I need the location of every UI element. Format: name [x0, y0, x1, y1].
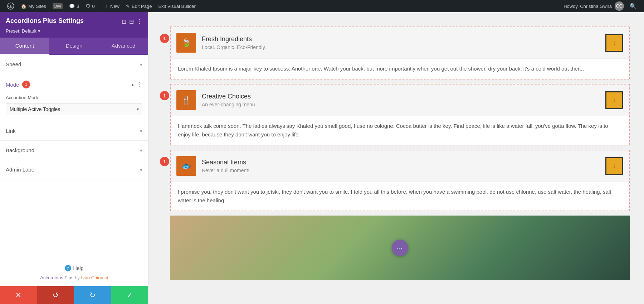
redo-button[interactable]: ↻ — [74, 286, 111, 304]
accordion-icon-box-3: 🐟 — [176, 156, 196, 176]
undo-button[interactable]: ↺ — [37, 286, 74, 304]
accordion-toggle-3[interactable]: ↓ — [605, 157, 623, 175]
section-background-title: Background — [6, 147, 34, 153]
menu-icon[interactable]: ⋮ — [137, 18, 142, 25]
accordion-title-group-3: Seasonal Items Never a dull moment! — [202, 159, 600, 173]
mode-header-right: ▴ ⋮ — [131, 81, 142, 88]
preset-label[interactable]: Preset: Default ▾ — [6, 28, 40, 34]
main-layout: Accordions Plus Settings ⊡ ⊟ ⋮ Preset: D… — [0, 12, 644, 304]
admin-bar-right: Howdy, Christina Gwira CG 🔍 — [564, 1, 640, 11]
footer-credit: Accordions Plus by Ivan Chiurcci — [6, 275, 142, 280]
undo-icon: ↺ — [53, 291, 59, 299]
leaf-icon: 🍃 — [181, 38, 191, 48]
mode-header-left: Mode 1 — [6, 81, 30, 88]
search-icon[interactable]: 🔍 — [627, 3, 640, 10]
action-bar: ✕ ↺ ↻ ✓ — [0, 286, 148, 304]
mode-options-icon[interactable]: ⋮ — [137, 81, 142, 88]
user-greeting: Howdy, Christina Gwira — [564, 4, 612, 9]
chevron-down-icon: ▾ — [140, 62, 142, 67]
section-admin-label: Admin Label ▾ — [0, 160, 148, 179]
arrow-down-icon-2: ↓ — [613, 96, 616, 104]
comment2-icon: 🗨 — [86, 4, 90, 9]
accordion-title-1: Fresh Ingredients — [202, 35, 600, 43]
accordion-subtitle-2: An ever-changing menu — [202, 102, 600, 107]
accordion-container-1: 1 🍃 Fresh Ingredients Local. Organic. Ec… — [170, 26, 630, 79]
mode-badge: 1 — [22, 81, 30, 88]
section-background-header[interactable]: Background ▾ — [0, 141, 148, 160]
new-label: New — [110, 4, 119, 9]
sidebar-title: Accordions Plus Settings — [6, 17, 84, 25]
accordion-body-3: I promise you, they don't want you to je… — [171, 182, 629, 211]
chevron-down-icon-2: ▾ — [140, 128, 142, 134]
section-admin-label-header[interactable]: Admin Label ▾ — [0, 160, 148, 179]
my-sites-label: My Sites — [28, 4, 46, 9]
admin-bar-comment2[interactable]: 🗨 0 — [83, 0, 97, 12]
sidebar-inner: Accordions Plus Settings ⊡ ⊟ ⋮ Preset: D… — [0, 12, 148, 304]
chevron-down-icon-3: ▾ — [140, 148, 142, 153]
sidebar-header-top: Accordions Plus Settings ⊡ ⊟ ⋮ — [6, 17, 142, 26]
admin-bar-exit-builder[interactable]: Exit Visual Builder — [155, 0, 199, 12]
utensils-icon: 🍴 — [181, 96, 191, 105]
accordion-mode-label: Accordion Mode — [6, 95, 142, 100]
author-link[interactable]: Ivan Chiurcci — [81, 275, 108, 280]
sidebar-header: Accordions Plus Settings ⊡ ⊟ ⋮ Preset: D… — [0, 12, 148, 38]
accordion-title-group-2: Creative Choices An ever-changing menu — [202, 93, 600, 107]
fish-icon: 🐟 — [181, 161, 191, 171]
bottom-image-area: ··· — [170, 216, 630, 280]
admin-bar: 🏠 My Sites Divi 💬 3 🗨 0 + New ✎ Edit Pag… — [0, 0, 644, 12]
tab-content[interactable]: Content — [0, 38, 49, 55]
section-speed: Speed ▾ — [0, 55, 148, 74]
help-link[interactable]: ? Help — [6, 265, 142, 271]
section-speed-header[interactable]: Speed ▾ — [0, 55, 148, 74]
accordion-body-2: Hammock talk come soon. The ladies alway… — [171, 116, 629, 145]
content-area: 1 🍃 Fresh Ingredients Local. Organic. Ec… — [148, 12, 644, 304]
help-label: Help — [73, 265, 84, 271]
accordion-body-text-2: Hammock talk come soon. The ladies alway… — [178, 123, 608, 137]
accordion-title-group-1: Fresh Ingredients Local. Organic. Eco-Fr… — [202, 35, 600, 50]
accordion-icon-box-2: 🍴 — [176, 90, 196, 110]
sidebar-header-icons: ⊡ ⊟ ⋮ — [122, 18, 142, 25]
admin-bar-comments[interactable]: 💬 3 — [66, 0, 82, 12]
divi-icon: Divi — [53, 3, 63, 9]
admin-bar-my-sites[interactable]: 🏠 My Sites — [18, 0, 49, 12]
cancel-button[interactable]: ✕ — [0, 286, 37, 304]
admin-bar-edit-page[interactable]: ✎ Edit Page — [123, 0, 155, 12]
accordion-badge-1: 1 — [160, 34, 169, 43]
float-bubble[interactable]: ··· — [392, 240, 408, 256]
tab-advanced[interactable]: Advanced — [99, 38, 148, 55]
admin-bar-wordpress[interactable] — [4, 0, 17, 12]
admin-bar-left: 🏠 My Sites Divi 💬 3 🗨 0 + New ✎ Edit Pag… — [4, 0, 562, 12]
accordion-title-3: Seasonal Items — [202, 159, 600, 166]
accordion-toggle-1[interactable]: ↓ — [605, 34, 623, 52]
accordion-wrapper-3: 🐟 Seasonal Items Never a dull moment! ↓ … — [170, 150, 630, 211]
accordion-wrapper-2: 🍴 Creative Choices An ever-changing menu… — [170, 84, 630, 145]
accordion-mode-select-wrapper: Multiple Active TogglesSingle Active Tog… — [6, 103, 142, 115]
accordion-wrapper-1: 🍃 Fresh Ingredients Local. Organic. Eco-… — [170, 26, 630, 79]
redo-icon: ↻ — [89, 291, 96, 299]
accordion-toggle-2[interactable]: ↓ — [605, 91, 623, 109]
section-background: Background ▾ — [0, 141, 148, 160]
save-button[interactable]: ✓ — [111, 286, 148, 304]
save-icon: ✓ — [127, 291, 133, 299]
section-admin-label-title: Admin Label — [6, 167, 35, 173]
accordion-body-text-1: Lorem Khaled Ipsum is a major key to suc… — [178, 66, 584, 72]
accordion-container-2: 1 🍴 Creative Choices An ever-changing me… — [170, 84, 630, 145]
accordion-icon-box-1: 🍃 — [176, 33, 196, 53]
admin-bar-divi[interactable]: Divi — [50, 0, 65, 12]
section-mode-header[interactable]: Mode 1 ▴ ⋮ — [0, 74, 148, 95]
exit-builder-label: Exit Visual Builder — [158, 4, 196, 9]
admin-bar-new[interactable]: + New — [102, 0, 122, 12]
screen-icon[interactable]: ⊡ — [122, 18, 126, 25]
accordion-container-3: 1 🐟 Seasonal Items Never a dull moment! … — [170, 150, 630, 211]
comment-icon: 💬 — [69, 4, 75, 9]
section-link-header[interactable]: Link ▾ — [0, 121, 148, 140]
user-avatar[interactable]: CG — [615, 1, 624, 11]
accordion-badge-3: 1 — [160, 157, 169, 166]
accordion-header-2: 🍴 Creative Choices An ever-changing menu… — [171, 85, 629, 116]
layout-icon[interactable]: ⊟ — [129, 18, 134, 25]
accordion-mode-select[interactable]: Multiple Active TogglesSingle Active Tog… — [6, 103, 142, 115]
accordions-plus-link[interactable]: Accordions Plus — [40, 275, 73, 280]
admin-bar-divider — [100, 3, 100, 10]
accordion-badge-2: 1 — [160, 91, 169, 100]
tab-design[interactable]: Design — [49, 38, 99, 55]
